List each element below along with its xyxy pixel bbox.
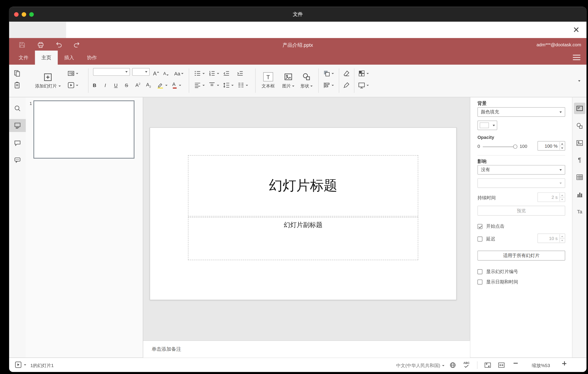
chevron-down-icon bbox=[76, 85, 78, 86]
insert-textbox-button[interactable]: T 文本框 bbox=[259, 68, 277, 94]
superscript-button[interactable]: A2 bbox=[134, 80, 142, 90]
opacity-spinner[interactable] bbox=[559, 142, 564, 150]
change-case-button[interactable]: Aa bbox=[172, 69, 185, 78]
document-language-icon[interactable] bbox=[449, 361, 457, 369]
opacity-input[interactable]: 100 % bbox=[537, 141, 565, 151]
close-icon[interactable] bbox=[573, 26, 580, 33]
slide-canvas[interactable]: 幻灯片标题 幻灯片副标题 bbox=[150, 128, 457, 300]
bold-button[interactable]: B bbox=[91, 80, 98, 90]
effect-select[interactable]: 没有 bbox=[477, 165, 565, 175]
chevron-down-icon bbox=[310, 86, 313, 87]
toolbar-separator bbox=[189, 68, 189, 93]
comments-panel-icon[interactable] bbox=[9, 136, 26, 149]
tab-insert[interactable]: 插入 bbox=[58, 51, 80, 65]
duration-value: 2 s bbox=[552, 195, 558, 200]
add-slide-button[interactable]: 添加幻灯片 bbox=[33, 68, 62, 94]
fit-width-icon[interactable] bbox=[497, 361, 505, 369]
line-spacing-button[interactable] bbox=[222, 80, 234, 90]
decrease-indent-icon[interactable] bbox=[222, 69, 231, 78]
zoom-in-icon[interactable] bbox=[562, 361, 566, 365]
highlight-color-button[interactable] bbox=[156, 80, 168, 90]
insert-image-button[interactable]: 图片 bbox=[280, 68, 297, 94]
align-text-button[interactable] bbox=[193, 80, 205, 90]
paste-icon[interactable] bbox=[12, 80, 22, 90]
columns-button[interactable] bbox=[236, 80, 248, 90]
bullets-button[interactable] bbox=[193, 69, 205, 78]
image-settings-icon[interactable] bbox=[574, 137, 585, 149]
slide-settings-icon[interactable] bbox=[574, 103, 585, 114]
slide-thumb-number: 1 bbox=[30, 101, 32, 106]
effect-variant-select[interactable] bbox=[477, 178, 565, 188]
duration-input[interactable]: 2 s bbox=[537, 192, 565, 202]
opacity-slider-knob[interactable] bbox=[513, 144, 517, 149]
search-icon[interactable] bbox=[9, 102, 26, 115]
slide-layout-button[interactable] bbox=[65, 69, 80, 78]
slides-panel-icon[interactable] bbox=[9, 119, 26, 132]
shape-icon bbox=[302, 72, 311, 81]
zoom-out-icon[interactable] bbox=[514, 363, 518, 363]
italic-button[interactable]: I bbox=[102, 80, 109, 90]
underline-button[interactable]: U bbox=[112, 80, 119, 90]
delay-row: 延迟 bbox=[477, 236, 495, 242]
language-selector[interactable]: 中文(中华人民共和国) bbox=[385, 362, 444, 369]
table-settings-icon[interactable] bbox=[574, 172, 585, 183]
preview-button[interactable]: 预览 bbox=[477, 206, 565, 216]
tab-file[interactable]: 文件 bbox=[12, 51, 35, 65]
chevron-down-icon bbox=[331, 73, 334, 74]
ribbon-tabs: 文件 主页 插入 协作 bbox=[12, 51, 103, 65]
apply-to-all-label: 适用于所有幻灯片 bbox=[503, 252, 539, 259]
notes-area[interactable]: 单击添加备注 bbox=[143, 341, 470, 358]
tab-collaboration[interactable]: 协作 bbox=[80, 51, 103, 65]
delay-checkbox[interactable] bbox=[477, 237, 482, 242]
background-color-picker[interactable] bbox=[477, 121, 497, 130]
start-on-click-checkbox[interactable] bbox=[477, 224, 482, 229]
align-shape-button[interactable] bbox=[321, 80, 335, 90]
apply-to-all-slides-button[interactable]: 适用于所有幻灯片 bbox=[477, 251, 565, 260]
subtitle-placeholder[interactable]: 幻灯片副标题 bbox=[188, 217, 418, 260]
color-scheme-button[interactable] bbox=[356, 69, 370, 78]
theme-gallery-expand-button[interactable] bbox=[574, 73, 584, 89]
vertical-align-icon bbox=[208, 81, 216, 89]
fit-slide-icon[interactable] bbox=[484, 361, 492, 369]
chart-settings-icon[interactable] bbox=[574, 188, 585, 200]
subscript-button[interactable]: A2 bbox=[144, 80, 153, 90]
font-size-combo[interactable] bbox=[132, 68, 150, 76]
tab-home[interactable]: 主页 bbox=[35, 51, 58, 65]
title-placeholder[interactable]: 幻灯片标题 bbox=[188, 155, 418, 217]
chat-panel-icon[interactable] bbox=[9, 154, 26, 167]
paragraph-settings-icon[interactable]: ¶ bbox=[574, 154, 585, 166]
toolbar-separator bbox=[88, 68, 88, 93]
start-slideshow-button[interactable] bbox=[65, 80, 80, 90]
shape-settings-icon[interactable] bbox=[574, 120, 585, 132]
font-color-button[interactable]: A bbox=[170, 80, 182, 90]
delay-input[interactable]: 10 s bbox=[537, 233, 565, 243]
insert-shape-button[interactable]: 形状 bbox=[298, 68, 315, 94]
numbering-button[interactable] bbox=[207, 69, 219, 78]
spellcheck-icon[interactable]: ABC bbox=[463, 361, 470, 368]
clear-style-icon[interactable] bbox=[342, 69, 351, 78]
strikeout-button[interactable]: S bbox=[123, 80, 130, 90]
opacity-slider-track[interactable] bbox=[483, 146, 515, 147]
increase-font-icon[interactable]: A bbox=[152, 69, 160, 78]
textart-settings-icon[interactable]: Ta bbox=[574, 206, 585, 217]
duration-spinner[interactable] bbox=[559, 193, 564, 201]
user-email[interactable]: adm***@dootask.com bbox=[536, 42, 581, 48]
arrow-up-icon bbox=[157, 71, 159, 72]
slide-thumbnail-1[interactable] bbox=[33, 100, 135, 159]
arrange-shape-button[interactable] bbox=[321, 69, 335, 78]
font-name-combo[interactable] bbox=[93, 68, 130, 76]
slide-size-button[interactable] bbox=[356, 80, 370, 90]
delay-spinner[interactable] bbox=[559, 234, 564, 242]
show-slide-number-checkbox[interactable] bbox=[477, 269, 482, 274]
menu-icon[interactable] bbox=[573, 55, 580, 61]
background-fill-select[interactable]: 颜色填充 bbox=[477, 107, 565, 117]
show-date-time-checkbox[interactable] bbox=[477, 280, 482, 285]
increase-indent-icon[interactable] bbox=[235, 69, 245, 78]
start-slideshow-status-button[interactable] bbox=[14, 361, 26, 369]
copy-style-icon[interactable] bbox=[342, 80, 351, 90]
subscript-icon: A2 bbox=[146, 82, 151, 88]
vertical-align-button[interactable] bbox=[207, 80, 219, 90]
decrease-font-icon[interactable]: A bbox=[162, 69, 170, 78]
image-icon bbox=[284, 72, 293, 81]
copy-icon[interactable] bbox=[12, 69, 22, 78]
